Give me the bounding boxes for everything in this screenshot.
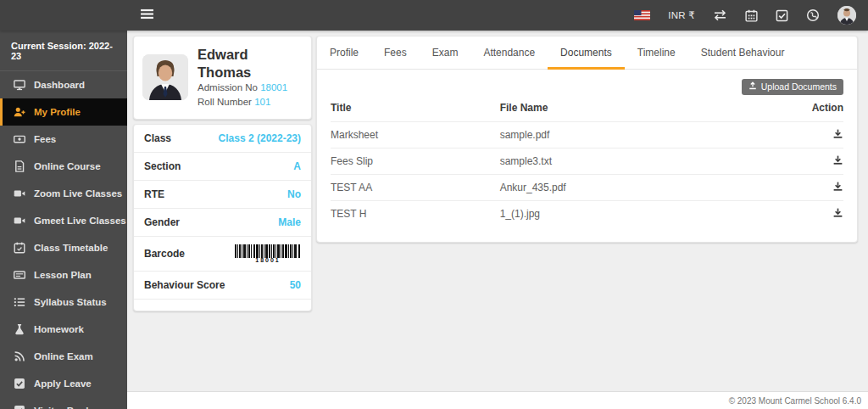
download-button[interactable] <box>832 128 843 139</box>
detail-label: Class <box>144 132 171 144</box>
sidebar-item-syllabus-status[interactable]: Syllabus Status <box>0 289 127 316</box>
table-row: TEST AA Ankur_435.pdf <box>331 175 843 201</box>
video-camera-icon <box>14 188 25 199</box>
detail-row-behaviour-score: Behaviour Score 50 <box>134 272 311 300</box>
detail-row-rte: RTE No <box>134 181 311 209</box>
calendar-icon[interactable] <box>745 9 758 22</box>
sidebar-item-label: Dashboard <box>34 80 85 90</box>
file-icon <box>14 160 25 172</box>
sidebar-item-label: Gmeet Live Classes <box>34 216 126 226</box>
currency-selector[interactable]: INR ₹ <box>668 9 695 21</box>
sidebar-item-dashboard[interactable]: Dashboard <box>0 71 127 98</box>
detail-value: No <box>287 188 301 200</box>
monitor-icon <box>14 79 25 91</box>
tab-attendance[interactable]: Attendance <box>470 36 548 70</box>
exchange-arrows-icon[interactable] <box>713 9 727 21</box>
sidebar-item-label: Homework <box>34 324 84 334</box>
detail-label: Section <box>144 160 181 172</box>
app-root: INR ₹ Current Session: 2022-23 <box>0 0 868 409</box>
sidebar-item-label: Visitor Book <box>34 406 92 409</box>
detail-label: Barcode <box>144 248 185 260</box>
detail-value: A <box>293 160 301 172</box>
detail-row-barcode: Barcode 18001 <box>134 237 311 272</box>
documents-table: Title File Name Action Marksheet sample.… <box>331 97 843 227</box>
upload-documents-button[interactable]: Upload Documents <box>742 79 843 95</box>
detail-label: Gender <box>144 216 180 228</box>
document-title: Fees Slip <box>331 148 500 175</box>
document-file-name: sample3.txt <box>500 148 793 175</box>
document-file-name: Ankur_435.pdf <box>500 175 793 201</box>
column-header-title: Title <box>331 97 500 122</box>
download-button[interactable] <box>832 207 843 218</box>
roll-number-value: 101 <box>254 97 270 107</box>
sidebar-item-fees[interactable]: Fees <box>0 126 127 153</box>
sidebar-nav: Dashboard My Profile Fees Online Course <box>0 71 127 409</box>
detail-value: Class 2 (2022-23) <box>219 132 301 144</box>
table-header-row: Title File Name Action <box>331 97 843 122</box>
chat-icon[interactable] <box>806 8 820 22</box>
sidebar-item-label: Class Timetable <box>34 243 108 253</box>
student-summary-column: Edward Thomas Admission No 18001 Roll Nu… <box>133 36 312 311</box>
document-title: Marksheet <box>331 122 500 148</box>
sidebar-item-label: My Profile <box>34 107 81 117</box>
documents-panel: Upload Documents Title File Name Action <box>317 70 857 242</box>
student-tabs-card: Profile Fees Exam Attendance Documents T… <box>316 36 858 243</box>
main-content: Edward Thomas Admission No 18001 Roll Nu… <box>127 31 868 409</box>
sidebar-item-label: Syllabus Status <box>34 297 107 307</box>
user-avatar[interactable] <box>837 6 856 25</box>
tab-timeline[interactable]: Timeline <box>625 36 688 70</box>
roll-number-line: Roll Number 101 <box>198 95 303 109</box>
table-row: TEST H 1_(1).jpg <box>331 201 843 227</box>
sidebar-item-my-profile[interactable]: My Profile <box>0 98 127 126</box>
sidebar-item-class-timetable[interactable]: Class Timetable <box>0 234 127 261</box>
detail-value: 50 <box>290 279 301 291</box>
column-header-action: Action <box>793 97 843 122</box>
task-check-icon[interactable] <box>776 9 788 22</box>
sidebar-item-label: Fees <box>34 134 56 144</box>
roll-number-label: Roll Number <box>198 97 252 107</box>
upload-icon <box>748 81 757 92</box>
detail-value: Male <box>278 216 301 228</box>
barcode-number: 18001 <box>255 257 280 263</box>
sidebar-toggle-button[interactable] <box>141 8 153 22</box>
list-icon <box>14 296 25 308</box>
tab-student-behaviour[interactable]: Student Behaviour <box>688 36 798 70</box>
admission-no-label: Admission No <box>198 82 258 92</box>
video-camera-icon <box>14 215 25 227</box>
download-icon <box>832 181 843 192</box>
navbar-actions: INR ₹ <box>634 6 856 25</box>
download-button[interactable] <box>832 154 843 165</box>
document-title: TEST AA <box>331 175 500 201</box>
sidebar: Current Session: 2022-23 Dashboard My Pr… <box>0 31 127 409</box>
student-name: Edward Thomas <box>198 46 303 81</box>
sidebar-item-apply-leave[interactable]: Apply Leave <box>0 370 127 397</box>
sidebar-item-visitor-book[interactable]: Visitor Book <box>0 397 127 409</box>
table-row: Fees Slip sample3.txt <box>331 148 843 175</box>
barcode-image: 18001 <box>235 244 301 263</box>
sidebar-item-label: Online Course <box>34 161 101 171</box>
download-icon <box>832 128 843 139</box>
tab-profile[interactable]: Profile <box>317 36 371 70</box>
student-profile-card: Edward Thomas Admission No 18001 Roll Nu… <box>133 36 312 120</box>
sidebar-item-homework[interactable]: Homework <box>0 316 127 343</box>
tab-exam[interactable]: Exam <box>420 36 471 70</box>
flask-icon <box>14 323 25 335</box>
tab-documents[interactable]: Documents <box>548 36 625 70</box>
sidebar-item-label: Lesson Plan <box>34 270 92 280</box>
sidebar-item-online-course[interactable]: Online Course <box>0 153 127 180</box>
sidebar-item-lesson-plan[interactable]: Lesson Plan <box>0 261 127 289</box>
footer-copyright: © 2023 Mount Carmel School 6.4.0 <box>127 391 868 409</box>
us-flag-icon[interactable] <box>634 10 650 20</box>
check-square-icon <box>14 378 25 389</box>
download-button[interactable] <box>832 181 843 192</box>
column-header-file-name: File Name <box>500 97 793 122</box>
download-icon <box>832 207 843 218</box>
sidebar-item-zoom-live-classes[interactable]: Zoom Live Classes <box>0 180 127 207</box>
tab-fees[interactable]: Fees <box>371 36 420 70</box>
sidebar-item-gmeet-live-classes[interactable]: Gmeet Live Classes <box>0 207 127 234</box>
sidebar-item-online-exam[interactable]: Online Exam <box>0 343 127 370</box>
student-details-card: Class Class 2 (2022-23) Section A RTE No… <box>133 124 312 311</box>
money-icon <box>14 133 25 145</box>
admission-no-value: 18001 <box>260 82 287 92</box>
top-navbar: INR ₹ <box>0 0 868 31</box>
